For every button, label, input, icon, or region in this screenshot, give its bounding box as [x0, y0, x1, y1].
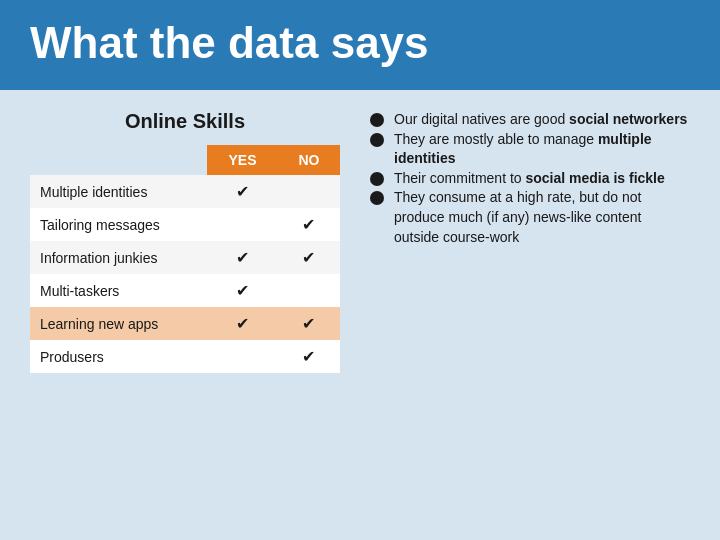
- col-header-label: [30, 145, 207, 175]
- bullet-text: They consume at a high rate, but do not …: [394, 188, 690, 247]
- bullet-dot-icon: [370, 191, 384, 205]
- left-panel: Online Skills YES NO Multiple identities…: [30, 110, 340, 373]
- row-label: Multi-taskers: [30, 274, 207, 307]
- table-row: Multiple identities✔: [30, 175, 340, 208]
- section-title: Online Skills: [30, 110, 340, 133]
- table-row: Multi-taskers✔: [30, 274, 340, 307]
- table-header-row: YES NO: [30, 145, 340, 175]
- bullet-text: Our digital natives are good social netw…: [394, 110, 687, 130]
- content-area: Online Skills YES NO Multiple identities…: [0, 90, 720, 393]
- row-label: Multiple identities: [30, 175, 207, 208]
- col-header-no: NO: [278, 145, 340, 175]
- row-yes: [207, 208, 278, 241]
- right-panel: Our digital natives are good social netw…: [370, 110, 690, 373]
- bullet-text: Their commitment to social media is fick…: [394, 169, 665, 189]
- bullets-container: Our digital natives are good social netw…: [370, 110, 690, 247]
- col-header-yes: YES: [207, 145, 278, 175]
- bullet-dot-icon: [370, 133, 384, 147]
- row-yes: ✔: [207, 274, 278, 307]
- row-no: [278, 274, 340, 307]
- row-no: ✔: [278, 307, 340, 340]
- row-no: ✔: [278, 241, 340, 274]
- row-yes: ✔: [207, 307, 278, 340]
- bullet-dot-icon: [370, 172, 384, 186]
- row-label: Tailoring messages: [30, 208, 207, 241]
- bullet-item: Their commitment to social media is fick…: [370, 169, 690, 189]
- table-row: Produsers✔: [30, 340, 340, 373]
- bullet-item: Our digital natives are good social netw…: [370, 110, 690, 130]
- table-row: Information junkies✔✔: [30, 241, 340, 274]
- row-no: ✔: [278, 208, 340, 241]
- table-row: Learning new apps✔✔: [30, 307, 340, 340]
- header-section: What the data says: [0, 0, 720, 90]
- bullet-dot-icon: [370, 113, 384, 127]
- row-label: Learning new apps: [30, 307, 207, 340]
- row-no: [278, 175, 340, 208]
- bullet-item: They consume at a high rate, but do not …: [370, 188, 690, 247]
- row-label: Information junkies: [30, 241, 207, 274]
- bullet-text: They are mostly able to manage multiple …: [394, 130, 690, 169]
- bullet-item: They are mostly able to manage multiple …: [370, 130, 690, 169]
- row-yes: ✔: [207, 175, 278, 208]
- page-title: What the data says: [30, 18, 690, 68]
- row-no: ✔: [278, 340, 340, 373]
- table-row: Tailoring messages✔: [30, 208, 340, 241]
- row-yes: ✔: [207, 241, 278, 274]
- row-label: Produsers: [30, 340, 207, 373]
- row-yes: [207, 340, 278, 373]
- skills-table: YES NO Multiple identities✔Tailoring mes…: [30, 145, 340, 373]
